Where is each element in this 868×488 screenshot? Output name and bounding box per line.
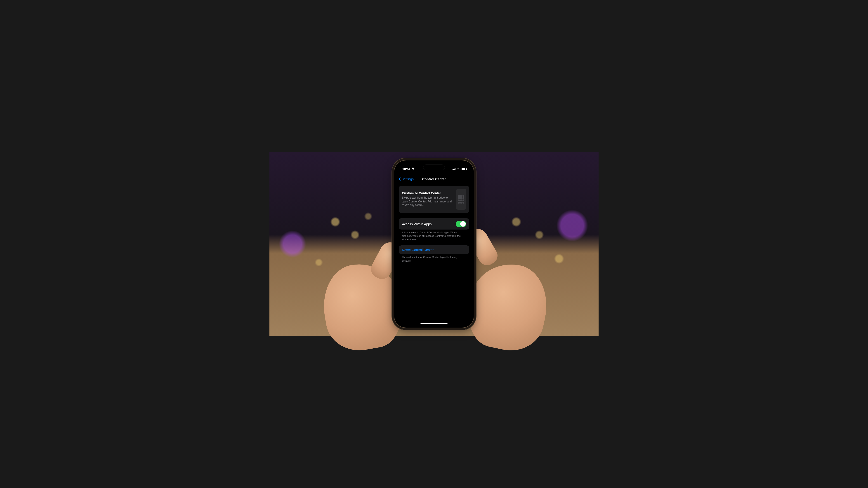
access-within-apps-row: Access Within Apps: [399, 218, 469, 230]
photo-scene: 10:51 5G Settings Co: [270, 152, 598, 336]
reset-control-center-button[interactable]: Reset Control Center: [399, 246, 469, 254]
access-section-footer: Allow access to Control Center within ap…: [399, 230, 469, 241]
reset-section: Reset Control Center This will reset you…: [399, 246, 469, 263]
back-button[interactable]: Settings: [398, 177, 414, 181]
status-right: 5G: [452, 167, 467, 170]
reset-control-center-label: Reset Control Center: [402, 248, 434, 252]
customize-card-title: Customize Control Center: [402, 191, 454, 195]
iphone-frame: 10:51 5G Settings Co: [394, 160, 474, 328]
customize-card[interactable]: Customize Control Center Swipe down from…: [399, 186, 469, 213]
network-type-label: 5G: [457, 167, 460, 170]
content-area[interactable]: Customize Control Center Swipe down from…: [396, 184, 472, 326]
access-section: Access Within Apps Allow access to Contr…: [399, 218, 469, 241]
reset-section-footer: This will reset your Control Center layo…: [399, 254, 469, 263]
battery-icon: [462, 168, 467, 170]
iphone-screen: 10:51 5G Settings Co: [396, 162, 472, 326]
access-within-apps-label: Access Within Apps: [402, 222, 432, 226]
chevron-left-icon: [398, 177, 401, 181]
status-time: 10:51: [402, 167, 410, 171]
access-within-apps-toggle[interactable]: [456, 221, 466, 227]
customize-card-description: Swipe down from the top-right edge to op…: [402, 196, 454, 207]
nav-bar: Settings Control Center: [396, 174, 472, 184]
status-left: 10:51: [402, 167, 414, 171]
back-label: Settings: [401, 177, 414, 181]
hand-right: [462, 257, 555, 357]
cellular-signal-icon: [452, 168, 456, 170]
toggle-knob: [460, 221, 466, 227]
dnd-icon: [411, 167, 414, 171]
home-indicator[interactable]: [421, 323, 447, 324]
control-center-preview-icon: [456, 189, 466, 210]
customize-card-text: Customize Control Center Swipe down from…: [402, 191, 454, 207]
dynamic-island: [423, 164, 445, 170]
